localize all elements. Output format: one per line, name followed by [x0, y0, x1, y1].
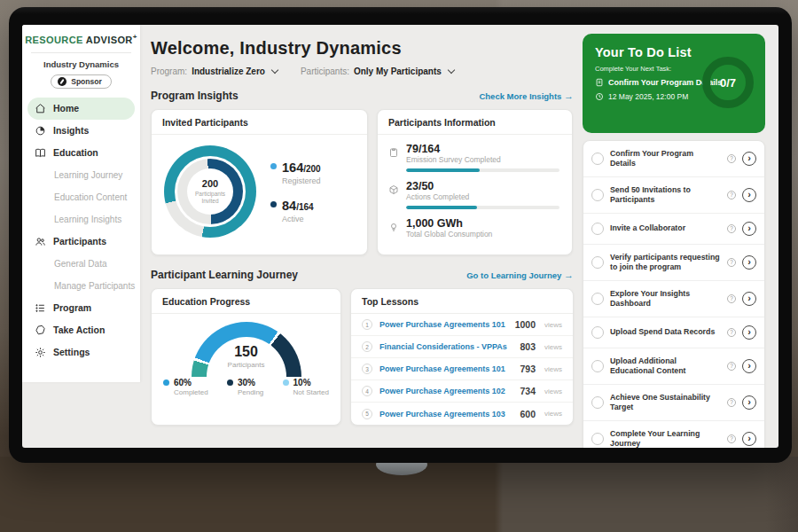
help-icon[interactable] [727, 398, 736, 407]
gauge-center: 150 Participants [152, 344, 340, 369]
task-checkbox[interactable] [591, 360, 604, 372]
sponsor-badge[interactable]: Sponsor [51, 74, 111, 89]
progress-fill [406, 206, 477, 209]
stat-value: 1,000 GWh [406, 217, 559, 230]
sidebar-item-insights[interactable]: Insights [22, 120, 140, 142]
task-row-complete-learning-journey[interactable]: Complete Your Learning Journey [583, 421, 764, 448]
help-icon[interactable] [727, 224, 736, 233]
task-chevron-button[interactable] [742, 359, 756, 373]
task-chevron-button[interactable] [742, 325, 756, 340]
task-row-upload-educational-content[interactable]: Upload Additional Educational Content [583, 348, 764, 385]
sidebar-item-home[interactable]: Home [27, 98, 135, 120]
task-checkbox[interactable] [591, 293, 604, 305]
task-row-invite-collaborator[interactable]: Invite a Collaborator [583, 214, 764, 245]
sidebar: RESOURCE ADVISOR+ Industry Dynamics Spon… [22, 25, 140, 382]
task-row-explore-insights[interactable]: Explore Your Insights Dashboard [583, 281, 764, 317]
sidebar-item-general-data[interactable]: General Data [22, 253, 140, 275]
lesson-link[interactable]: Power Purchase Agreements 101 [379, 364, 512, 373]
task-row-send-invitations[interactable]: Send 50 Invitations to Participants [583, 177, 764, 214]
program-insights-header: Program Insights Check More Insights → [151, 90, 574, 102]
sidebar-item-label: Manage Participants [54, 281, 135, 291]
sidebar-item-label: Participants [53, 236, 106, 246]
task-checkbox[interactable] [591, 433, 604, 445]
sidebar-item-label: Education [53, 147, 98, 158]
task-label: Explore Your Insights Dashboard [610, 289, 721, 309]
task-row-achieve-target[interactable]: Achieve One Sustainability Target [583, 385, 764, 421]
active-label: Active [282, 215, 321, 223]
task-row-upload-spend-data[interactable]: Upload Spend Data Records [583, 317, 764, 348]
home-icon [35, 103, 46, 114]
task-checkbox[interactable] [591, 153, 604, 165]
sidebar-item-label: Learning Journey [54, 170, 122, 180]
consumption-stat: 1,000 GWh Total Global Consumption [388, 217, 559, 239]
invited-participants-card: Invited Participants 200 Participants In… [151, 109, 368, 255]
task-chevron-button[interactable] [742, 152, 756, 166]
donut-center: 200 Participants Invited [187, 168, 233, 215]
sidebar-item-take-action[interactable]: Take Action [22, 319, 140, 341]
sidebar-item-participants[interactable]: Participants [22, 231, 140, 253]
sidebar-item-learning-journey[interactable]: Learning Journey [22, 164, 140, 186]
lesson-link[interactable]: Power Purchase Agreements 103 [379, 410, 512, 419]
lesson-link[interactable]: Power Purchase Agreements 102 [379, 387, 512, 395]
go-to-learning-journey-link[interactable]: Go to Learning Journey → [466, 270, 574, 280]
help-icon[interactable] [727, 328, 736, 337]
help-icon[interactable] [727, 191, 736, 200]
photo-background: RESOURCE ADVISOR+ Industry Dynamics Spon… [0, 0, 798, 532]
task-checkbox[interactable] [591, 326, 604, 339]
task-checkbox[interactable] [591, 396, 604, 409]
lesson-link[interactable]: Financial Considerations - VPPAs [379, 342, 512, 351]
page-title: Welcome, Industry Dynamics [151, 38, 574, 59]
list-icon [35, 302, 46, 314]
learning-cards-row: Education Progress 150 Participants 60% [151, 288, 574, 426]
chevron-down-icon [448, 66, 455, 74]
take-action-icon [35, 325, 46, 336]
views-suffix: views [544, 387, 562, 395]
invited-participants-body: 200 Participants Invited 164/200 Registe… [152, 135, 367, 246]
task-row-confirm-program[interactable]: Confirm Your Program Details [583, 141, 764, 177]
organization-name: Industry Dynamics [22, 59, 140, 69]
top-lessons-card: Top Lessons 1 Power Purchase Agreements … [350, 288, 574, 426]
check-more-insights-link[interactable]: Check More Insights → [479, 90, 574, 101]
sidebar-item-program[interactable]: Program [22, 297, 140, 319]
help-icon[interactable] [727, 294, 736, 303]
arrow-right-icon: → [564, 270, 574, 280]
actions-completed-stat: 23/50 Actions Completed [388, 180, 559, 209]
participants-information-body: 79/164 Emission Survey Completed 23/50 A… [378, 135, 572, 239]
task-chevron-button[interactable] [742, 255, 756, 270]
logo-plus: + [133, 33, 137, 41]
sidebar-item-education[interactable]: Education [22, 142, 140, 164]
task-chevron-button[interactable] [742, 222, 756, 236]
task-label: Upload Additional Educational Content [610, 356, 721, 376]
active-value: 84 [282, 199, 296, 213]
task-label: Upload Spend Data Records [610, 327, 721, 337]
legend-pct: 30% [238, 378, 263, 387]
task-chevron-button[interactable] [742, 188, 756, 202]
help-icon[interactable] [727, 258, 736, 267]
help-icon[interactable] [727, 154, 736, 163]
rank-badge: 4 [362, 386, 372, 396]
task-chevron-button[interactable] [742, 395, 756, 410]
sidebar-item-education-content[interactable]: Education Content [22, 186, 140, 208]
insights-icon [35, 125, 46, 137]
program-filter-value: Industrialize Zero [192, 66, 265, 76]
pending-dot [227, 379, 233, 386]
help-icon[interactable] [727, 434, 736, 443]
progress-track [406, 168, 559, 172]
gauge-label: Participants [152, 361, 340, 369]
due-date-label: 12 May 2025, 12:00 PM [608, 92, 688, 101]
participants-filter[interactable]: Participants: Only My Participants [301, 66, 454, 76]
registered-legend: 164/200 Registered [270, 160, 321, 185]
sidebar-item-settings[interactable]: Settings [22, 341, 140, 364]
sidebar-item-manage-participants[interactable]: Manage Participants [22, 275, 140, 297]
task-checkbox[interactable] [591, 223, 604, 235]
task-chevron-button[interactable] [742, 432, 756, 446]
sidebar-item-learning-insights[interactable]: Learning Insights [22, 208, 140, 231]
lesson-link[interactable]: Power Purchase Agreements 101 [379, 320, 508, 329]
program-filter[interactable]: Program: Industrialize Zero [151, 66, 278, 76]
program-filter-label: Program: [151, 66, 187, 76]
help-icon[interactable] [727, 362, 736, 371]
task-checkbox[interactable] [591, 189, 604, 201]
task-row-verify-participants[interactable]: Verify participants requesting to join t… [583, 245, 764, 281]
task-chevron-button[interactable] [742, 292, 756, 306]
task-checkbox[interactable] [591, 256, 604, 269]
